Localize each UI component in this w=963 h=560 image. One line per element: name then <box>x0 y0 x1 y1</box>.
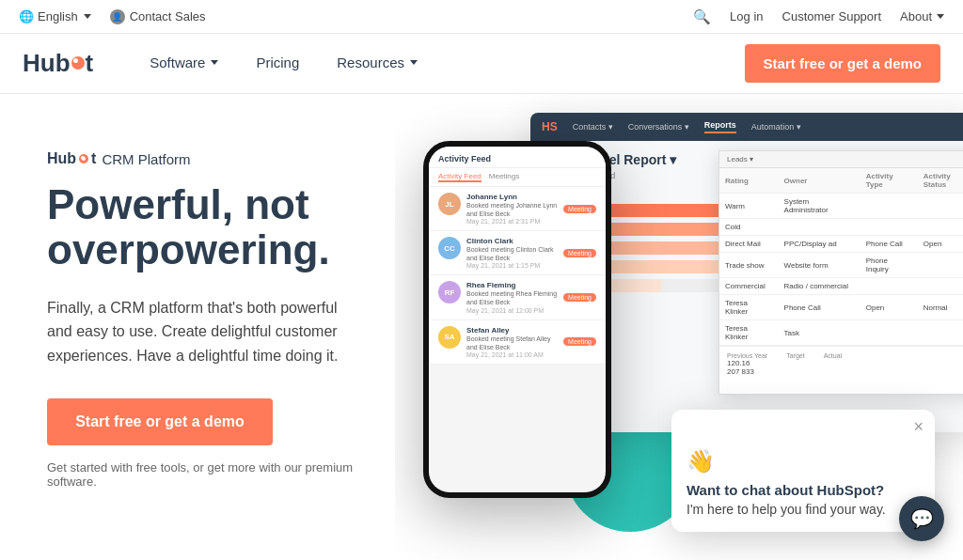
crm-platform-text: CRM Platform <box>102 151 190 167</box>
dash-nav-automation[interactable]: Automation ▾ <box>751 122 801 132</box>
hero-footnote: Get started with free tools, or get more… <box>47 460 357 489</box>
crm-row-2: Cold <box>719 219 963 236</box>
chat-question: Want to chat about HubSpot? <box>687 482 920 498</box>
tab-meetings[interactable]: Meetings <box>489 172 519 182</box>
phone-screen: Activity Feed Activity Feed Meetings JL … <box>429 147 606 492</box>
avatar-4: SA <box>438 326 461 349</box>
dash-nav-conversations[interactable]: Conversations ▾ <box>628 122 689 132</box>
about-label: About <box>900 9 932 23</box>
crm-row-4: Trade show Website form Phone Inquiry <box>719 253 963 278</box>
phone-mockup: Activity Feed Activity Feed Meetings JL … <box>423 141 611 498</box>
chat-answer: I'm here to help you find your way. <box>687 502 920 517</box>
chat-emoji: 👋 <box>687 448 920 474</box>
chat-item-1: JL Johanne Lynn Booked meeting Johanne L… <box>429 187 606 231</box>
avatar-1: JL <box>438 193 461 215</box>
chat-widget-header: × <box>671 410 935 441</box>
nav-pricing[interactable]: Pricing <box>237 34 318 94</box>
hero-subtext: Finally, a CRM platform that's both powe… <box>47 296 357 368</box>
chevron-down-icon <box>937 14 944 19</box>
crm-table: Rating Owner Activity Type Activity Stat… <box>719 168 963 346</box>
chat-item-2: CC Clinton Clark Booked meeting Clinton … <box>429 231 606 275</box>
crm-header: Leads ▾ ⊡ □ × <box>719 151 963 168</box>
crm-row-1: Warm System Administrator <box>719 194 963 219</box>
hero-cta-button[interactable]: Start free or get a demo <box>47 398 273 445</box>
software-label: Software <box>150 54 205 70</box>
crm-row-5: Commercial Radio / commercial <box>719 278 963 295</box>
language-selector[interactable]: 🌐 English <box>19 9 91 23</box>
chat-bubble-button[interactable]: 💬 <box>899 496 944 541</box>
chat-item-4: SA Stefan Alley Booked meeting Stefan Al… <box>429 320 606 365</box>
dash-nav-reports[interactable]: Reports <box>704 120 736 133</box>
language-label: English <box>38 9 78 23</box>
th-status: Activity Status <box>918 168 963 194</box>
search-icon[interactable]: 🔍 <box>693 8 711 25</box>
chat-content-1: Johanne Lynn Booked meeting Johanne Lynn… <box>466 193 558 225</box>
logo[interactable]: Hubt <box>23 49 93 78</box>
close-icon[interactable]: × <box>913 417 924 437</box>
crm-footer: Previous Year 120.16 207 833 Target Actu… <box>719 346 963 381</box>
nav-software[interactable]: Software <box>131 34 237 94</box>
nav-links: Software Pricing Resources <box>131 34 744 94</box>
headline-line-2: overpowering. <box>47 226 330 272</box>
contact-sales-label: Contact Sales <box>130 9 206 23</box>
hero-right: Activity Feed Activity Feed Meetings JL … <box>395 94 963 560</box>
th-activity: Activity Type <box>860 168 918 194</box>
hero-headline: Powerful, not overpowering. <box>47 182 357 273</box>
crm-footer-target: Target <box>786 352 804 376</box>
person-icon: 👤 <box>110 9 125 24</box>
chevron-down-icon <box>84 14 91 19</box>
meeting-badge-4: Meeting <box>563 337 596 346</box>
hubspot-logo-dash: HS <box>542 120 558 133</box>
crm-header-label: Leads ▾ <box>727 155 753 163</box>
phone-header: Activity Feed <box>429 147 606 168</box>
headline-line-1: Powerful, not <box>47 181 309 227</box>
resources-label: Resources <box>337 54 404 70</box>
crm-row-7: Teresa Klinker Task <box>719 320 963 346</box>
hero-section: Hubt CRM Platform Powerful, not overpowe… <box>0 94 963 560</box>
top-bar-right: 🔍 Log in Customer Support About <box>693 8 944 25</box>
meeting-badge-1: Meeting <box>563 205 596 213</box>
chat-content-3: Rhea Fleming Booked meeting Rhea Fleming… <box>466 281 558 313</box>
logo-spot-small <box>79 154 88 163</box>
tab-activity-feed[interactable]: Activity Feed <box>438 172 482 182</box>
chat-time-2: May 21, 2021 at 1:15 PM <box>466 262 558 269</box>
nav-cta-button[interactable]: Start free or get a demo <box>745 44 940 83</box>
top-bar: 🌐 English 👤 Contact Sales 🔍 Log in Custo… <box>0 0 963 34</box>
customer-support-link[interactable]: Customer Support <box>782 9 882 23</box>
chat-time-3: May 21, 2021 at 12:00 PM <box>466 307 558 314</box>
crm-footer-previous: Previous Year 120.16 207 833 <box>727 352 767 376</box>
contact-sales-link[interactable]: 👤 Contact Sales <box>110 9 206 24</box>
crm-row-6: Teresa Klinker Phone Call Open Normal <box>719 295 963 320</box>
activity-feed-title: Activity Feed <box>438 154 491 163</box>
globe-icon: 🌐 <box>19 9 34 23</box>
meeting-badge-2: Meeting <box>563 249 596 257</box>
chat-time-4: May 21, 2021 at 11:00 AM <box>466 351 558 358</box>
login-link[interactable]: Log in <box>730 9 763 23</box>
top-bar-left: 🌐 English 👤 Contact Sales <box>19 9 206 24</box>
avatar-2: CC <box>438 237 461 259</box>
chat-content-4: Stefan Alley Booked meeting Stefan Alley… <box>466 326 558 358</box>
chat-bubble-icon: 💬 <box>910 507 934 530</box>
meeting-badge-3: Meeting <box>563 293 596 302</box>
th-owner: Owner <box>779 168 860 194</box>
dash-nav-contacts[interactable]: Contacts ▾ <box>573 122 613 132</box>
main-nav: Hubt Software Pricing Resources Start fr… <box>0 34 963 94</box>
chat-content-2: Clinton Clark Booked meeting Clinton Cla… <box>466 237 558 269</box>
nav-resources[interactable]: Resources <box>318 34 436 94</box>
logo-text: Hubt <box>23 49 93 78</box>
th-rating: Rating <box>719 168 779 194</box>
chat-time-1: May 21, 2021 at 2:31 PM <box>466 218 558 225</box>
crm-footer-actual: Actual <box>824 352 842 376</box>
hero-left: Hubt CRM Platform Powerful, not overpowe… <box>0 94 395 560</box>
hubspot-brand: Hubt <box>47 150 96 167</box>
dash-topbar: HS Contacts ▾ Conversations ▾ Reports Au… <box>530 113 963 141</box>
phone-tabs: Activity Feed Meetings <box>429 168 606 187</box>
chat-widget: × 👋 Want to chat about HubSpot? I'm here… <box>671 410 935 532</box>
chat-item-3: RF Rhea Fleming Booked meeting Rhea Flem… <box>429 275 606 319</box>
chevron-down-icon <box>211 60 218 65</box>
chat-body: 👋 Want to chat about HubSpot? I'm here t… <box>671 441 935 532</box>
avatar-3: RF <box>438 281 461 303</box>
about-dropdown[interactable]: About <box>900 9 944 23</box>
crm-mockup: Leads ▾ ⊡ □ × Rating Owner Activity Type… <box>718 150 963 395</box>
pricing-label: Pricing <box>256 54 299 70</box>
